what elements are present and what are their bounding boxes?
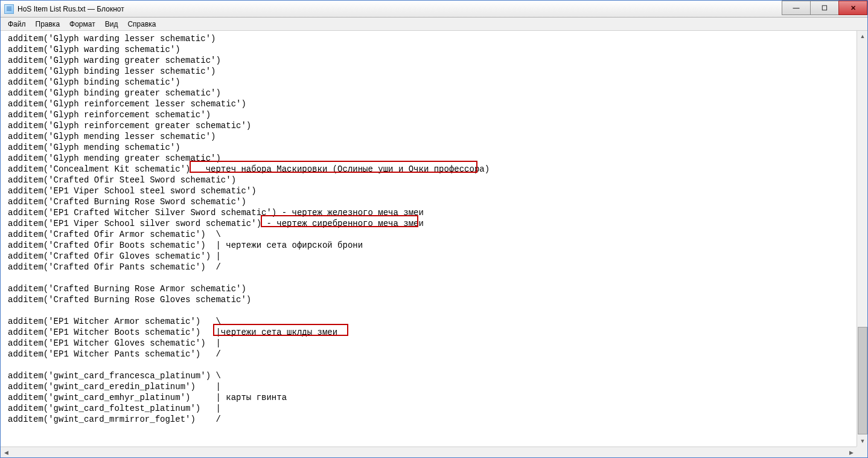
menu-help[interactable]: Справка (123, 19, 161, 30)
text-editor[interactable]: additem('Glyph warding lesser schematic'… (1, 31, 857, 447)
scroll-corner (857, 447, 867, 457)
window-title: HoS Item List Rus.txt — Блокнот (18, 5, 124, 13)
notepad-window: HoS Item List Rus.txt — Блокнот — ☐ ✕ Фа… (0, 0, 868, 458)
window-controls: — ☐ ✕ (782, 1, 867, 15)
minimize-icon: — (793, 4, 800, 11)
maximize-button[interactable]: ☐ (810, 1, 839, 15)
menu-edit[interactable]: Правка (31, 19, 65, 30)
scroll-up-button[interactable]: ▲ (858, 31, 867, 42)
maximize-icon: ☐ (822, 4, 828, 12)
scroll-right-button[interactable]: ▶ (846, 448, 857, 457)
close-button[interactable]: ✕ (838, 1, 867, 15)
content-area: additem('Glyph warding lesser schematic'… (1, 31, 867, 457)
notepad-icon (4, 4, 14, 14)
horizontal-scrollbar[interactable]: ◀ ▶ (1, 447, 857, 457)
vertical-scrollbar[interactable]: ▲ ▼ (857, 31, 867, 447)
scroll-left-button[interactable]: ◀ (1, 448, 11, 457)
titlebar[interactable]: HoS Item List Rus.txt — Блокнот — ☐ ✕ (1, 1, 867, 18)
menu-view[interactable]: Вид (100, 19, 123, 30)
minimize-button[interactable]: — (782, 1, 811, 15)
scroll-down-button[interactable]: ▼ (858, 436, 867, 447)
menu-format[interactable]: Формат (65, 19, 100, 30)
close-icon: ✕ (850, 4, 856, 12)
vertical-scroll-thumb[interactable] (858, 327, 867, 434)
menu-file[interactable]: Файл (3, 19, 31, 30)
menubar: Файл Правка Формат Вид Справка (1, 18, 867, 31)
